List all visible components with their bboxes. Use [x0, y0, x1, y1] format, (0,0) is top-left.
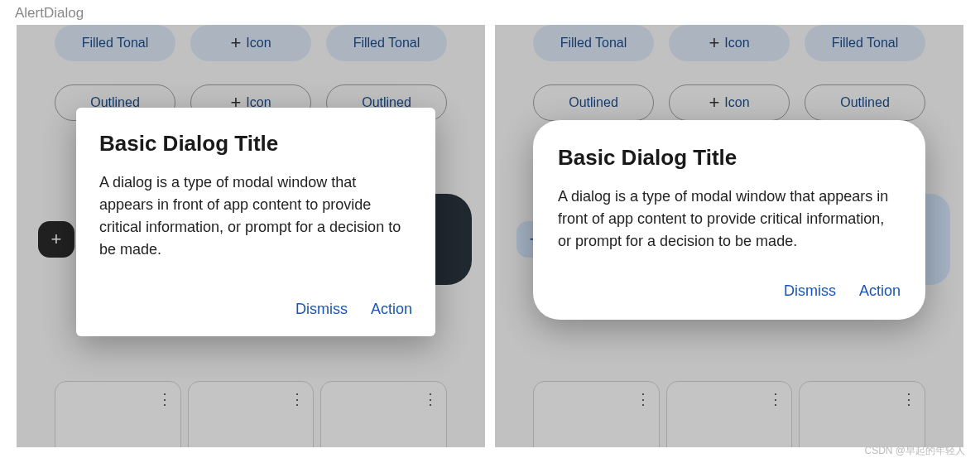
page-title: AlertDialog: [0, 0, 980, 25]
panel-left: Filled Tonal + Icon Filled Tonal Outline…: [17, 25, 485, 447]
dialog-body: A dialog is a type of modal window that …: [99, 171, 412, 261]
watermark: CSDN @早起的年轻人: [864, 444, 965, 458]
dismiss-button[interactable]: Dismiss: [784, 282, 836, 300]
panel-right: Filled Tonal + Icon Filled Tonal Outline…: [495, 25, 963, 447]
panels-container: Filled Tonal + Icon Filled Tonal Outline…: [0, 25, 980, 447]
dismiss-button[interactable]: Dismiss: [295, 301, 348, 318]
alert-dialog: Basic Dialog Title A dialog is a type of…: [76, 108, 435, 336]
action-button[interactable]: Action: [859, 282, 901, 300]
dialog-title: Basic Dialog Title: [558, 145, 901, 171]
alert-dialog-rounded: Basic Dialog Title A dialog is a type of…: [533, 120, 925, 320]
dialog-actions: Dismiss Action: [558, 282, 901, 300]
action-button[interactable]: Action: [371, 301, 412, 318]
dialog-body: A dialog is a type of modal window that …: [558, 186, 901, 253]
dialog-actions: Dismiss Action: [99, 301, 412, 318]
dialog-title: Basic Dialog Title: [99, 131, 412, 157]
